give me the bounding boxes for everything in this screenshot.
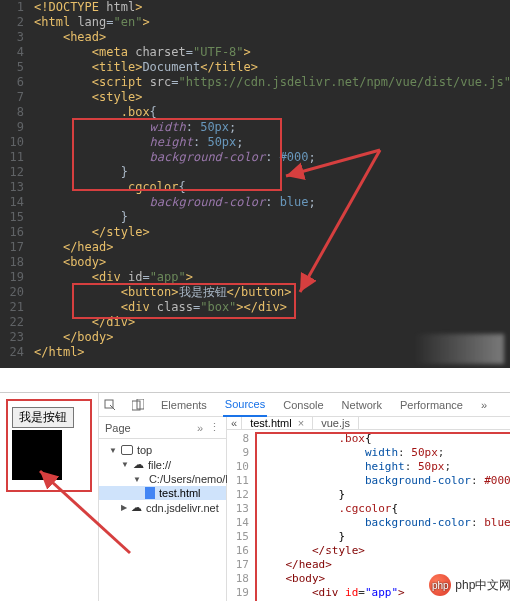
preview-button[interactable]: 我是按钮 <box>12 407 74 428</box>
line-number: 21 <box>0 300 32 315</box>
line-number: 3 <box>0 30 32 45</box>
line-number: 7 <box>0 90 32 105</box>
page-preview: 我是按钮 <box>0 393 98 601</box>
line-number: 4 <box>0 45 32 60</box>
source-tree[interactable]: ▼top ▼☁file:// ▼C:/Users/nemo/D test.htm… <box>99 439 226 519</box>
tab-elements[interactable]: Elements <box>159 393 209 417</box>
code-editor[interactable]: 1 2 3 4 5 6 7 8 9 10 11 12 13 14 15 16 1… <box>0 0 510 368</box>
sources-navigator: Page » ⋮ ▼top ▼☁file:// ▼C:/Users/nemo/D… <box>99 417 227 601</box>
line-number: 14 <box>0 195 32 210</box>
php-logo-icon: php <box>429 574 451 596</box>
chevron-down-icon[interactable]: ▼ <box>121 460 129 469</box>
line-number: 10 <box>0 135 32 150</box>
line-number: 23 <box>0 330 32 345</box>
tab-performance[interactable]: Performance <box>398 393 465 417</box>
line-number: 18 <box>0 255 32 270</box>
chevron-down-icon[interactable]: ▼ <box>109 446 117 455</box>
line-number: 17 <box>0 240 32 255</box>
watermark-text: php中文网 <box>455 577 510 594</box>
line-number: 15 <box>0 210 32 225</box>
line-number: 19 <box>0 270 32 285</box>
tab-network[interactable]: Network <box>340 393 384 417</box>
line-number: 1 <box>0 0 32 15</box>
line-number: 2 <box>0 15 32 30</box>
line-number: 5 <box>0 60 32 75</box>
line-number: 22 <box>0 315 32 330</box>
watermark-logo: php php中文网 <box>429 574 510 596</box>
cloud-icon: ☁ <box>133 458 144 471</box>
tab-console[interactable]: Console <box>281 393 325 417</box>
line-number: 12 <box>0 165 32 180</box>
more-icon[interactable]: ⋮ <box>209 421 220 434</box>
chevron-down-icon[interactable]: ▼ <box>133 475 141 484</box>
tree-origin[interactable]: file:// <box>148 459 171 471</box>
bottom-panel: 我是按钮 Elements Sources Console Network Pe… <box>0 392 510 601</box>
tree-folder[interactable]: C:/Users/nemo/D <box>149 473 233 485</box>
watermark-smudge <box>414 334 504 364</box>
line-number: 20 <box>0 285 32 300</box>
cloud-icon: ☁ <box>131 501 142 514</box>
file-tab-test[interactable]: test.html× <box>242 417 313 429</box>
tree-cdn[interactable]: cdn.jsdelivr.net <box>146 502 219 514</box>
editor-gutter: 1 2 3 4 5 6 7 8 9 10 11 12 13 14 15 16 1… <box>0 0 32 360</box>
preview-black-box <box>12 430 62 480</box>
panel-divider <box>0 368 510 392</box>
line-number: 11 <box>0 150 32 165</box>
annotation-box: 我是按钮 <box>6 399 92 492</box>
file-icon <box>145 487 155 499</box>
page-tab[interactable]: Page <box>105 422 131 434</box>
editor-code[interactable]: <!DOCTYPE html> <html lang="en"> <head> … <box>34 0 510 360</box>
close-icon[interactable]: × <box>298 417 304 429</box>
line-number: 9 <box>0 120 32 135</box>
tab-sources[interactable]: Sources <box>223 393 267 417</box>
line-number: 16 <box>0 225 32 240</box>
inspect-icon[interactable] <box>103 398 117 412</box>
tabs-overflow[interactable]: » <box>479 393 489 417</box>
devtools-toolbar: Elements Sources Console Network Perform… <box>99 393 510 417</box>
line-number: 8 <box>0 105 32 120</box>
file-tabs-scroll-left[interactable]: « <box>227 417 242 429</box>
line-number: 24 <box>0 345 32 360</box>
devtools-panel: Elements Sources Console Network Perform… <box>98 393 510 601</box>
line-number: 13 <box>0 180 32 195</box>
chevron-right-icon[interactable]: » <box>197 422 203 434</box>
tree-top[interactable]: top <box>137 444 152 456</box>
frame-icon <box>121 445 133 455</box>
chevron-right-icon[interactable]: ▶ <box>121 503 127 512</box>
line-number: 6 <box>0 75 32 90</box>
tree-file-test[interactable]: test.html <box>159 487 201 499</box>
source-gutter: 891011 12131415 16171819 20212223 <box>227 430 253 601</box>
file-tabs: « test.html× vue.js <box>227 417 510 430</box>
device-icon[interactable] <box>131 398 145 412</box>
file-tab-vue[interactable]: vue.js <box>313 417 359 429</box>
